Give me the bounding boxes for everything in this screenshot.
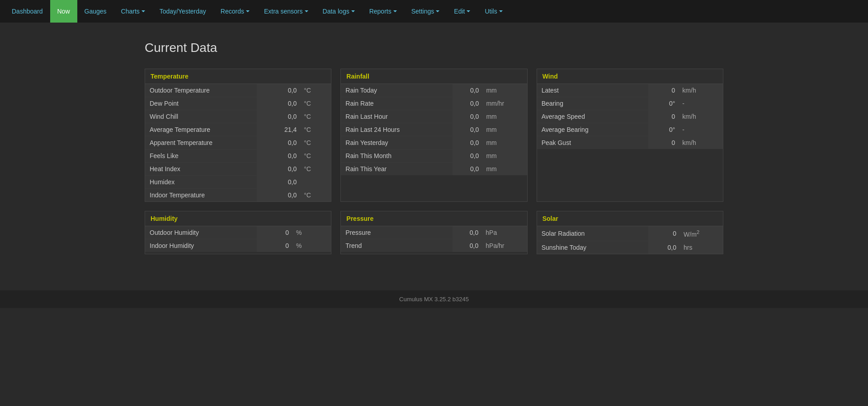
solar-panel: Solar Solar Radiation0W/m2Sunshine Today… <box>537 211 723 254</box>
row-value: 0° <box>648 123 679 136</box>
row-unit: °C <box>301 110 331 123</box>
table-row: Pressure0,0hPa <box>341 226 527 239</box>
nav-item-records[interactable]: Records <box>213 0 257 23</box>
row-label: Rain Yesterday <box>341 136 453 149</box>
humidity-panel: Humidity Outdoor Humidity0%Indoor Humidi… <box>145 211 331 254</box>
chevron-down-icon <box>436 10 439 12</box>
row-unit: °C <box>301 123 331 136</box>
row-label: Apparent Temperature <box>145 136 257 149</box>
nav-item-data-logs[interactable]: Data logs <box>316 0 362 23</box>
row-label: Dew Point <box>145 97 257 110</box>
temperature-table: Outdoor Temperature0,0°CDew Point0,0°CWi… <box>145 84 331 201</box>
row-unit: mm <box>483 123 527 136</box>
row-unit: mm <box>483 110 527 123</box>
row-value: 0 <box>648 226 681 241</box>
temperature-header: Temperature <box>145 69 331 84</box>
chevron-down-icon <box>305 10 308 12</box>
table-row: Indoor Temperature0,0°C <box>145 189 331 202</box>
nav-item-gauges[interactable]: Gauges <box>77 0 114 23</box>
nav-item-dashboard[interactable]: Dashboard <box>5 0 50 23</box>
table-row: Outdoor Temperature0,0°C <box>145 84 331 97</box>
nav-item-now[interactable]: Now <box>50 0 77 23</box>
row-label: Pressure <box>341 226 453 239</box>
row-label: Rain Last 24 Hours <box>341 123 453 136</box>
rainfall-panel: Rainfall Rain Today0,0mmRain Rate0,0mm/h… <box>340 69 527 202</box>
table-row: Dew Point0,0°C <box>145 97 331 110</box>
row-label: Average Temperature <box>145 123 257 136</box>
table-row: Peak Gust0km/h <box>537 136 723 149</box>
row-label: Latest <box>537 84 649 97</box>
table-row: Average Temperature21,4°C <box>145 123 331 136</box>
pressure-table: Pressure0,0hPaTrend0,0hPa/hr <box>341 226 527 252</box>
nav-item-reports[interactable]: Reports <box>362 0 404 23</box>
row-unit: °C <box>301 189 331 202</box>
row-value: 0,0 <box>453 149 483 163</box>
row-unit: hrs <box>681 241 723 254</box>
row-unit: mm <box>483 84 527 97</box>
row-value: 0 <box>257 239 293 252</box>
bottom-panels-row: Humidity Outdoor Humidity0%Indoor Humidi… <box>145 211 723 254</box>
row-unit: mm/hr <box>483 97 527 110</box>
table-row: Sunshine Today0,0hrs <box>537 241 723 254</box>
humidity-header: Humidity <box>145 211 331 226</box>
row-value: 0,0 <box>257 189 301 202</box>
table-row: Rain Last Hour0,0mm <box>341 110 527 123</box>
row-unit: mm <box>483 136 527 149</box>
row-value: 0 <box>648 110 679 123</box>
footer: Cumulus MX 3.25.2 b3245 <box>0 290 868 308</box>
solar-table: Solar Radiation0W/m2Sunshine Today0,0hrs <box>537 226 723 254</box>
pressure-header: Pressure <box>341 211 527 226</box>
row-value: 0 <box>257 226 293 239</box>
row-value: 0,0 <box>453 163 483 176</box>
nav-item-utils[interactable]: Utils <box>477 0 509 23</box>
row-value: 0,0 <box>257 149 301 163</box>
table-row: Heat Index0,0°C <box>145 163 331 176</box>
row-value: 0,0 <box>453 84 483 97</box>
nav-item-charts[interactable]: Charts <box>114 0 152 23</box>
row-unit: °C <box>301 149 331 163</box>
row-label: Bearing <box>537 97 649 110</box>
row-value: 0,0 <box>453 110 483 123</box>
table-row: Apparent Temperature0,0°C <box>145 136 331 149</box>
chevron-down-icon <box>499 10 503 12</box>
page-title: Current Data <box>145 41 723 55</box>
top-panels-row: Temperature Outdoor Temperature0,0°CDew … <box>145 69 723 202</box>
row-unit: °C <box>301 97 331 110</box>
wind-header: Wind <box>537 69 723 84</box>
footer-text: Cumulus MX 3.25.2 b3245 <box>399 296 469 303</box>
table-row: Outdoor Humidity0% <box>145 226 331 239</box>
nav-item-today/yesterday[interactable]: Today/Yesterday <box>152 0 213 23</box>
table-row: Trend0,0hPa/hr <box>341 239 527 252</box>
nav-item-settings[interactable]: Settings <box>404 0 447 23</box>
row-unit: - <box>679 97 723 110</box>
row-unit: - <box>679 123 723 136</box>
table-row: Rain Today0,0mm <box>341 84 527 97</box>
table-row: Bearing0°- <box>537 97 723 110</box>
chevron-down-icon <box>246 10 250 12</box>
row-value: 0,0 <box>453 97 483 110</box>
table-row: Average Speed0km/h <box>537 110 723 123</box>
nav-item-extra-sensors[interactable]: Extra sensors <box>257 0 316 23</box>
nav-item-edit[interactable]: Edit <box>447 0 477 23</box>
table-row: Feels Like0,0°C <box>145 149 331 163</box>
row-value: 0,0 <box>453 136 483 149</box>
row-value: 0,0 <box>257 176 301 189</box>
row-label: Sunshine Today <box>537 241 649 254</box>
table-row: Rain This Year0,0mm <box>341 163 527 176</box>
row-value: 0,0 <box>453 226 483 239</box>
row-label: Rain Last Hour <box>341 110 453 123</box>
table-row: Rain Last 24 Hours0,0mm <box>341 123 527 136</box>
row-value: 21,4 <box>257 123 301 136</box>
chevron-down-icon <box>467 10 470 12</box>
row-unit: % <box>293 226 331 239</box>
row-value: 0,0 <box>453 123 483 136</box>
row-unit: km/h <box>679 84 723 97</box>
solar-header: Solar <box>537 211 723 226</box>
row-unit: km/h <box>679 110 723 123</box>
row-label: Outdoor Humidity <box>145 226 257 239</box>
row-unit: hPa/hr <box>483 239 527 252</box>
rainfall-header: Rainfall <box>341 69 527 84</box>
table-row: Rain This Month0,0mm <box>341 149 527 163</box>
row-unit <box>301 176 331 189</box>
row-label: Heat Index <box>145 163 257 176</box>
